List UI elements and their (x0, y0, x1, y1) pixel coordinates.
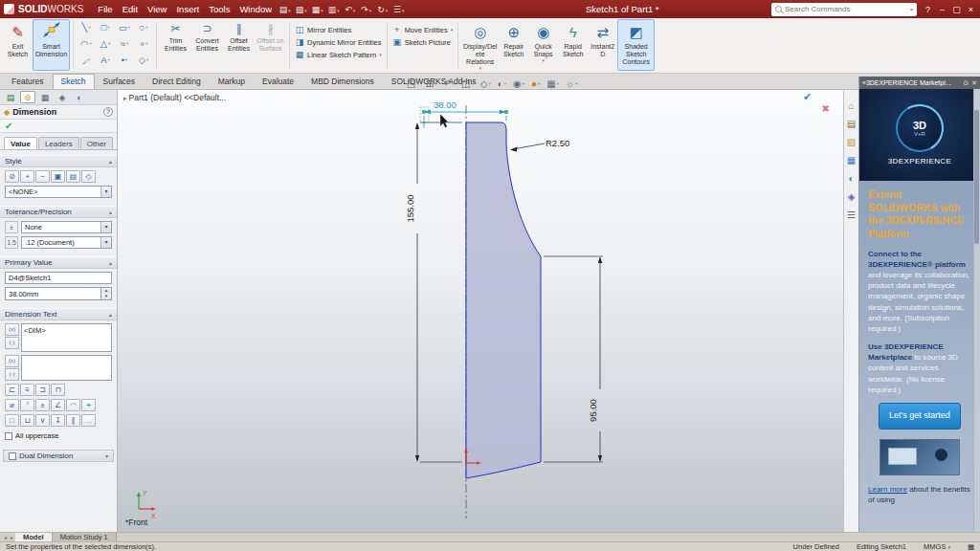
countersink-symbol-button[interactable]: ∨ (35, 414, 50, 427)
tolerance-select[interactable]: None ▾ (21, 221, 112, 233)
apply-scene-icon[interactable]: ▦ (546, 78, 559, 89)
dimension-name-input[interactable] (5, 272, 112, 284)
align-left-icon[interactable]: ⊏ (5, 384, 19, 396)
dimxpertmanager-tab[interactable]: ◈ (55, 91, 70, 103)
edit-appearance-icon[interactable]: ● (531, 78, 540, 89)
save-style-icon[interactable]: ▣ (51, 170, 65, 183)
add-parenthesis-icon[interactable]: (x) (5, 323, 19, 336)
appearances-tab[interactable]: ◐ (848, 174, 854, 184)
smart-dimension-button[interactable]: Smart Dimension (33, 19, 70, 71)
add-parenthesis-icon[interactable]: (x) (5, 355, 19, 367)
update-style-icon[interactable]: − (35, 170, 50, 183)
dual-dimension-checkbox[interactable] (9, 452, 16, 460)
help-icon[interactable]: ? (921, 5, 935, 14)
marketplace-scrollbar[interactable] (973, 89, 980, 532)
precision-select[interactable]: .12 (Document) ▾ (21, 236, 112, 249)
search-input[interactable] (785, 5, 907, 13)
view-palette-tab[interactable]: ▦ (847, 156, 856, 165)
exit-sketch-button[interactable]: ✎ Exit Sketch (3, 19, 33, 71)
sketch-picture-button[interactable]: ▣ Sketch Picture (390, 37, 453, 47)
tree-expand-icon[interactable]: ▸ (123, 95, 127, 101)
dimension-value-stepper[interactable]: ▲▼ (5, 287, 112, 300)
decals-tab[interactable]: ◈ (848, 192, 856, 202)
tab-leaders[interactable]: Leaders (38, 137, 79, 149)
display-style-icon[interactable]: ◐ (498, 78, 506, 89)
tolerance-section-header[interactable]: Tolerance/Precision ▴ (0, 206, 117, 218)
move-entities-button[interactable]: + Move Entities (390, 25, 456, 34)
load-style-icon[interactable]: ▤ (66, 170, 80, 183)
confirm-sketch-icon[interactable]: ✔ (803, 91, 812, 103)
arc-symbol-button[interactable]: ◠ (66, 399, 80, 411)
point-icon[interactable]: • (115, 55, 134, 65)
dynamic-mirror-button[interactable]: ◨ Dynamic Mirror Entities (293, 37, 384, 47)
stepper-down-icon[interactable]: ▼ (101, 294, 111, 299)
dropdown-arrow-icon[interactable]: ▾ (100, 222, 111, 232)
dimension-text-section-header[interactable]: Dimension Text ▴ (0, 308, 117, 320)
design-library-tab[interactable]: ▤ (847, 120, 856, 129)
new-document-icon[interactable]: ▤ (277, 5, 293, 14)
previous-view-icon[interactable]: ↶ (443, 78, 455, 89)
dimension-value-input[interactable] (5, 287, 101, 300)
inspection-dimension-icon[interactable]: (·) (5, 368, 19, 381)
flyout-feature-tree[interactable]: ▸Part1 (Default) <<Default... (123, 93, 226, 102)
dual-dimension-section-header[interactable]: Dual Dimension ▾ (3, 450, 114, 462)
tab-sketch[interactable]: Sketch (53, 74, 95, 89)
degree-symbol-button[interactable]: ° (20, 399, 34, 411)
dropdown-arrow-icon[interactable]: ▾ (100, 237, 111, 248)
dropdown-arrow-icon[interactable]: ▾ (105, 452, 108, 459)
tab-value[interactable]: Value (4, 137, 37, 149)
model-tab[interactable]: Model (15, 533, 53, 541)
learn-more-link[interactable]: Learn more (868, 485, 907, 494)
zoom-to-fit-icon[interactable]: ◳ (407, 78, 419, 89)
selection-handle[interactable] (504, 110, 508, 114)
trim-entities-button[interactable]: ✂ Trim Entities (160, 19, 191, 53)
minimize-button[interactable]: – (935, 5, 949, 14)
line-icon[interactable]: ╲ (77, 22, 96, 33)
align-justify-icon[interactable]: ⊓ (51, 384, 65, 396)
plane-icon[interactable]: ◇ (134, 55, 153, 65)
centerpoint-arc-icon[interactable]: ◠ (77, 38, 96, 49)
style-select[interactable]: <NONE> ▾ (5, 186, 112, 198)
instant2d-button[interactable]: ⇄ Instant2D (588, 19, 617, 71)
dimension-right[interactable]: 95.00 (544, 256, 603, 462)
close-button[interactable]: × (964, 5, 978, 14)
maximize-button[interactable]: ▢ (949, 5, 964, 14)
stepper-arrows[interactable]: ▲▼ (101, 287, 112, 300)
circle-icon[interactable]: ○ (134, 22, 153, 33)
units-selector[interactable]: MMGS (924, 542, 950, 551)
options-icon[interactable]: ☰ (390, 5, 407, 14)
dimension-text-input[interactable]: <DIM> (21, 323, 112, 352)
quick-snaps-button[interactable]: ◉ Quick Snaps (528, 19, 558, 71)
pin-icon[interactable]: ⊙ (963, 79, 969, 87)
status-options-icon[interactable]: ▦ (968, 542, 974, 551)
configurationmanager-tab[interactable]: ▦ (37, 91, 53, 103)
corner-rectangle-icon[interactable]: □ (96, 22, 115, 33)
print-icon[interactable]: ▥ (325, 5, 342, 14)
menu-edit[interactable]: Edit (118, 4, 143, 14)
default-style-icon[interactable]: ◇ (81, 170, 96, 183)
selection-handle[interactable] (422, 110, 426, 114)
dropdown-arrow-icon[interactable]: ▾ (100, 187, 111, 197)
tab-scroll-right-icon[interactable]: ▸ (9, 533, 15, 541)
menu-view[interactable]: View (143, 4, 171, 14)
tab-markup[interactable]: Markup (210, 74, 254, 89)
more-symbols-button[interactable]: … (81, 414, 96, 427)
dimension-radius[interactable]: R2.50 (510, 138, 569, 152)
redo-icon[interactable]: ↷ (358, 5, 374, 14)
tab-evaluate[interactable]: Evaluate (254, 74, 302, 89)
solidworks-resources-tab[interactable]: ⌂ (848, 101, 854, 111)
search-dropdown-icon[interactable]: ▾ (910, 6, 913, 12)
style-section-header[interactable]: Style ▴ (0, 155, 117, 167)
tab-surfaces[interactable]: Surfaces (95, 74, 145, 89)
rebuild-icon[interactable]: ↻ (374, 5, 390, 14)
square-symbol-button[interactable]: □ (5, 414, 19, 427)
add-style-icon[interactable]: + (20, 170, 34, 183)
sketch-profile[interactable] (466, 122, 541, 478)
dimension-handle-box[interactable] (420, 107, 429, 122)
featuremanager-tree-tab[interactable]: ▤ (3, 91, 18, 103)
menu-insert[interactable]: Insert (171, 4, 204, 14)
collapse-arrow-icon[interactable]: ▴ (109, 259, 112, 266)
view-settings-icon[interactable]: ☼ (566, 78, 577, 89)
straight-slot-icon[interactable]: ▭ (115, 22, 134, 33)
depth-symbol-button[interactable]: ↧ (51, 414, 65, 427)
